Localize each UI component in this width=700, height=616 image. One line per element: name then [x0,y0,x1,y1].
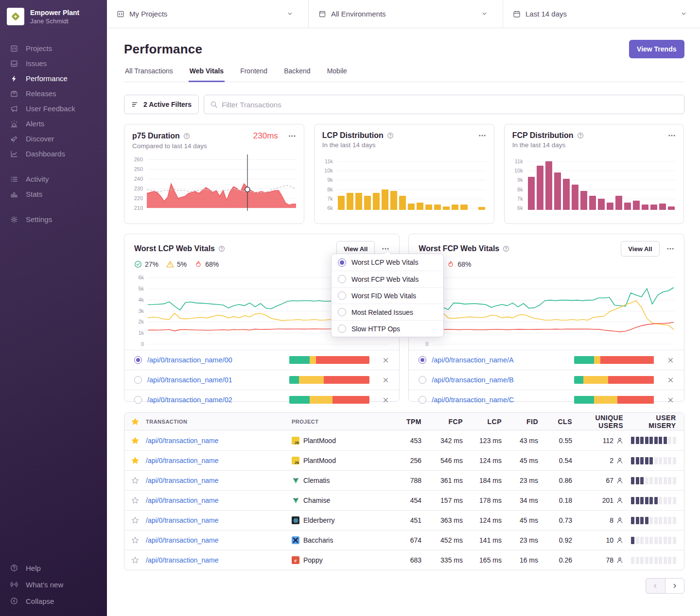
active-filters-button[interactable]: 2 Active Filters [124,95,199,114]
sidebar-item-settings[interactable]: Settings [10,212,107,227]
star-outline-icon[interactable] [131,536,139,544]
sidebar-item-user-feedback[interactable]: User Feedback [10,101,107,116]
column-header-fid[interactable]: FID [509,418,546,426]
vitals-stacked-bar [574,396,654,404]
star-outline-icon[interactable] [131,496,139,504]
close-icon[interactable] [382,357,389,364]
column-header-star[interactable] [124,418,146,426]
menu-item-radio[interactable] [338,291,346,300]
transaction-radio[interactable] [419,356,426,364]
more-options-icon[interactable] [666,245,674,253]
star-outline-icon[interactable] [131,556,139,564]
column-header-lcp[interactable]: LCP [471,418,509,426]
global-filter-my-projects[interactable]: My Projects [107,0,309,28]
sidebar-item-issues[interactable]: Issues [10,56,107,71]
next-page-button[interactable] [665,578,684,594]
sidebar-item-stats[interactable]: Stats [10,187,107,202]
sidebar-item-releases[interactable]: Releases [10,86,107,101]
transaction-radio[interactable] [134,376,142,384]
transaction-radio[interactable] [419,376,426,384]
more-options-icon[interactable] [478,132,486,139]
sidebar-item-collapse[interactable]: Collapse [10,593,107,609]
transaction-link[interactable]: /api/0/transaction_name/A [432,356,513,364]
close-icon[interactable] [667,396,674,404]
histogram-bar [364,196,371,210]
transaction-link[interactable]: /api/0/transaction_name/00 [147,356,232,364]
sidebar-item-performance[interactable]: Performance [10,71,107,86]
transaction-link[interactable]: /api/0/transaction_name/C [432,396,514,404]
transaction-link[interactable]: /api/0/transaction_name [146,556,218,564]
view-all-button[interactable]: View All [621,241,659,257]
misery-segment [645,557,648,564]
help-icon[interactable] [577,132,584,139]
tab-web-vitals[interactable]: Web Vitals [189,67,225,82]
column-header-unique-users[interactable]: UNIQUE USERS [580,414,631,429]
column-header-user-misery[interactable]: USER MISERY [631,414,684,429]
column-header-project[interactable]: PROJECT [292,419,395,425]
vitals-stacked-bar [289,396,369,404]
column-header-tpm[interactable]: TPM [395,418,429,426]
y-axis-label: 7k [517,196,523,202]
previous-page-button[interactable] [646,578,665,594]
star-outline-icon[interactable] [131,516,139,524]
search-input[interactable] [222,101,678,109]
global-filter-all-environments[interactable]: All Environments [309,0,503,28]
star-filled-icon[interactable] [131,437,139,445]
transaction-link[interactable]: /api/0/transaction_name [146,516,218,524]
close-icon[interactable] [667,357,674,364]
transaction-radio[interactable] [134,396,142,404]
row-star-cell [124,536,146,544]
sidebar-item-activity[interactable]: Activity [10,171,107,187]
sidebar-item-what-s-new[interactable]: What’s new [10,576,107,593]
menu-item-radio[interactable] [338,308,346,316]
menu-item-most-related-issues[interactable]: Most Related Issues [332,304,443,320]
menu-item-worst-lcp-web-vitals[interactable]: Worst LCP Web Vitals [332,254,443,271]
misery-segment [664,557,667,564]
column-header-cls[interactable]: CLS [546,418,580,426]
close-icon[interactable] [382,376,389,384]
close-icon[interactable] [382,396,389,404]
tab-backend[interactable]: Backend [283,67,311,82]
tab-frontend[interactable]: Frontend [239,67,268,82]
sidebar-item-dashboards[interactable]: Dashboards [10,146,107,161]
transaction-link[interactable]: /api/0/transaction_name [146,437,218,445]
tab-all-transactions[interactable]: All Transactions [124,67,174,82]
fcp-cell: 361 ms [429,477,471,484]
transaction-radio[interactable] [419,396,426,404]
view-trends-button[interactable]: View Trends [629,40,684,58]
star-filled-icon[interactable] [131,457,139,464]
transaction-link[interactable]: /api/0/transaction_name/02 [147,396,232,404]
transaction-link[interactable]: /api/0/transaction_name/01 [147,376,232,384]
tab-mobile[interactable]: Mobile [326,67,348,82]
menu-item-worst-fid-web-vitals[interactable]: Worst FID Web Vitals [332,287,443,304]
lcp-cell: 165 ms [471,556,509,564]
transaction-cell: /api/0/transaction_name [146,456,292,465]
transaction-link[interactable]: /api/0/transaction_name/B [432,376,513,384]
sidebar-item-projects[interactable]: Projects [10,41,107,56]
transaction-radio[interactable] [134,356,142,364]
transaction-link[interactable]: /api/0/transaction_name [146,496,218,504]
transaction-cell: /api/0/transaction_name [146,516,292,525]
org-switcher[interactable]: Empower Plant Jane Schmidt [0,0,107,30]
column-header-fcp[interactable]: FCP [429,418,471,426]
more-options-icon[interactable] [668,132,676,139]
menu-item-radio[interactable] [338,275,346,283]
transaction-link[interactable]: /api/0/transaction_name [146,477,218,484]
sidebar-item-help[interactable]: Help [10,560,107,576]
menu-item-worst-fcp-web-vitals[interactable]: Worst FCP Web Vitals [332,271,443,287]
global-filter-last-14-days[interactable]: Last 14 days [503,0,700,28]
close-icon[interactable] [667,376,674,384]
help-icon[interactable] [387,132,394,139]
transaction-link[interactable]: /api/0/transaction_name [146,457,218,464]
menu-item-slow-http-ops[interactable]: Slow HTTP Ops [332,320,443,337]
column-header-transaction[interactable]: TRANSACTION [146,419,292,425]
sidebar-item-label: Performance [26,74,68,83]
help-icon[interactable] [183,133,190,139]
sidebar-item-discover[interactable]: Discover [10,131,107,146]
more-options-icon[interactable] [288,132,296,140]
sidebar-item-alerts[interactable]: Alerts [10,116,107,131]
menu-item-radio[interactable] [338,258,346,267]
transaction-link[interactable]: /api/0/transaction_name [146,536,218,544]
star-outline-icon[interactable] [131,477,139,484]
menu-item-radio[interactable] [338,325,346,333]
